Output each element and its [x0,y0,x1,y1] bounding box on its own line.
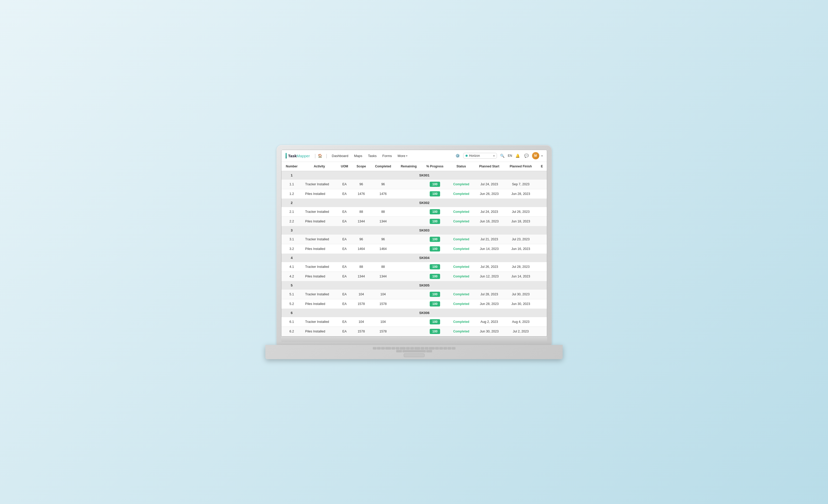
chevron-down-icon: ▾ [406,155,407,157]
row-activity: Tracker Installed [302,289,337,299]
key [448,347,451,349]
row-progress: 100 [421,216,448,226]
language-badge[interactable]: EN [508,154,512,158]
row-activity: Piles Installed [302,244,337,254]
horizon-chevron-icon: ▾ [493,155,495,157]
laptop-bezel: TaskMapper | 🏠 | Dashboard Maps Tasks Fo… [277,145,552,345]
row-activity: Tracker Installed [302,234,337,244]
row-planned-finish: Aug 4, 2023 [504,317,537,327]
group-code: SK004 [302,254,546,262]
gear-icon[interactable]: ⚙️ [454,152,461,159]
nav-more[interactable]: More ▾ [395,153,410,159]
row-planned-start: Jun 28, 2023 [474,299,504,308]
row-number: 4.1 [282,262,302,271]
row-uom: EA [337,327,352,336]
table-row: 1.1 Tracker Installed EA 96 96 100 Compl… [282,179,547,189]
avatar-chevron-icon: ▾ [541,155,543,157]
navbar: TaskMapper | 🏠 | Dashboard Maps Tasks Fo… [282,150,547,162]
row-remaining [396,327,421,336]
row-uom: EA [337,271,352,281]
horizon-select[interactable]: Horizon ▾ [463,153,497,159]
row-status: Completed [448,271,474,281]
row-uom: EA [337,234,352,244]
col-planned-start: Planned Start [474,162,504,171]
row-uom: EA [337,216,352,226]
avatar[interactable]: M [532,152,539,159]
col-completed: Completed [370,162,396,171]
row-remaining [396,317,421,327]
table-row: 6.1 Tracker Installed EA 104 104 100 Com… [282,317,547,327]
key [377,347,381,349]
group-number: 6 [282,308,302,317]
touchpad[interactable] [404,353,424,357]
group-number: 5 [282,281,302,289]
table-body: 1 SK001 1.1 Tracker Installed EA 96 96 1… [282,171,547,336]
row-status: Completed [448,262,474,271]
nav-forms[interactable]: Forms [380,153,395,159]
col-uom: UOM [337,162,352,171]
row-activity: Piles Installed [302,216,337,226]
keyboard-row-1 [373,347,455,349]
key-wide [414,347,420,349]
col-activity: Activity [302,162,337,171]
row-status: Completed [448,234,474,244]
row-planned-finish: Jul 26, 2023 [504,207,537,216]
row-extra [537,216,547,226]
key [406,347,410,349]
row-number: 5.2 [282,299,302,308]
row-progress: 100 [421,299,448,308]
nav-maps[interactable]: Maps [351,153,365,159]
key-wide [385,347,391,349]
row-extra [537,317,547,327]
row-number: 2.2 [282,216,302,226]
row-extra [537,179,547,189]
home-icon[interactable]: 🏠 [318,154,322,158]
row-activity: Piles Installed [302,327,337,336]
row-remaining [396,189,421,199]
col-remaining: Remaining [396,162,421,171]
row-extra [537,244,547,254]
row-planned-start: Jul 24, 2023 [474,179,504,189]
keyboard-row-2 [396,350,432,352]
table-row: 4.1 Tracker Installed EA 88 88 100 Compl… [282,262,547,271]
row-completed: 104 [370,317,396,327]
row-scope: 1578 [352,299,370,308]
logo-text: TaskMapper [288,154,310,158]
row-activity: Piles Installed [302,299,337,308]
row-planned-start: Jul 26, 2023 [474,262,504,271]
nav-divider-1: | [315,153,316,159]
col-planned-finish: Planned Finish [504,162,537,171]
key-space [403,350,426,352]
nav-tasks[interactable]: Tasks [365,153,379,159]
row-planned-start: Jul 24, 2023 [474,207,504,216]
key-wide [429,347,434,349]
row-progress: 100 [421,234,448,244]
row-remaining [396,299,421,308]
group-code: SK005 [302,281,546,289]
row-progress: 100 [421,179,448,189]
row-planned-finish: Sep 7, 2023 [504,179,537,189]
nav-links: Dashboard Maps Tasks Forms More ▾ [329,153,454,159]
row-status: Completed [448,216,474,226]
keyboard-area [265,345,563,359]
chat-icon[interactable]: 💬 [523,152,530,159]
row-planned-finish: Jul 28, 2023 [504,262,537,271]
nav-right: ⚙️ Horizon ▾ 🔍 EN 🔔 💬 M ▾ [454,152,543,159]
group-row: 5 SK005 [282,281,547,289]
row-scope: 96 [352,234,370,244]
row-uom: EA [337,262,352,271]
row-scope: 96 [352,179,370,189]
key [373,347,376,349]
key [396,347,399,349]
group-number: 4 [282,254,302,262]
row-uom: EA [337,179,352,189]
row-planned-start: Jun 14, 2023 [474,244,504,254]
search-icon[interactable]: 🔍 [499,152,506,159]
nav-dashboard[interactable]: Dashboard [329,153,351,159]
row-status: Completed [448,299,474,308]
row-number: 1.1 [282,179,302,189]
row-remaining [396,244,421,254]
row-planned-finish: Jun 16, 2023 [504,244,537,254]
bell-icon[interactable]: 🔔 [514,152,521,159]
key [410,347,414,349]
